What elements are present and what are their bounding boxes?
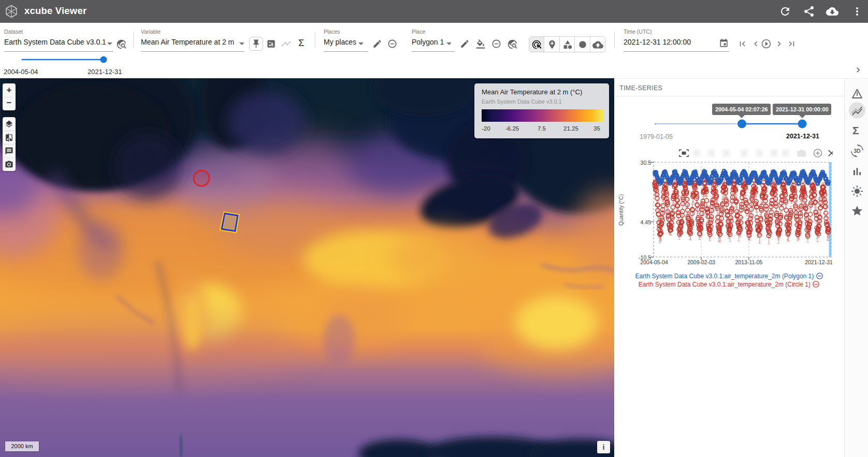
svg-text:Quantity (°C): Quantity (°C) bbox=[618, 194, 624, 226]
svg-text:30.5: 30.5 bbox=[641, 160, 652, 166]
svg-text:2004-05-04: 2004-05-04 bbox=[640, 259, 668, 265]
svg-text:2013-11-05: 2013-11-05 bbox=[735, 259, 763, 265]
svg-text:2021-12-31: 2021-12-31 bbox=[805, 259, 833, 265]
svg-text:3D: 3D bbox=[853, 148, 861, 154]
svg-text:2009-02-03: 2009-02-03 bbox=[687, 259, 715, 265]
svg-text:4.45: 4.45 bbox=[641, 219, 652, 225]
